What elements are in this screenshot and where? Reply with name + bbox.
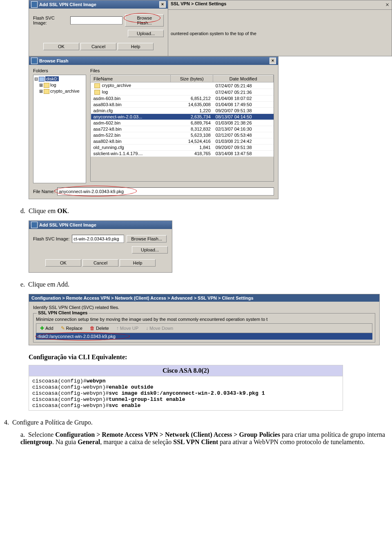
folders-label: Folders — [33, 68, 86, 73]
replace-button[interactable]: ✎Replace — [58, 325, 85, 332]
add-button[interactable]: ✚Add — [37, 325, 56, 332]
table-row[interactable]: old_running.cfg1,84109/20/07 09:51:38 — [91, 145, 274, 151]
step-4a: a. Selecione Configuration > Remote Acce… — [20, 431, 390, 446]
flash-svc-input[interactable] — [70, 16, 122, 24]
table-row[interactable]: admin.cfg1,22009/20/07 09:51:38 — [91, 108, 274, 114]
dialog-title: Add SSL VPN Client Image × — [29, 0, 168, 9]
cli-table: Cisco ASA 8.0(2) ciscoasa(config)#webvpn… — [29, 365, 343, 411]
upload-button[interactable]: Upload... — [132, 246, 168, 253]
image-row[interactable]: disk0:/anyconnect-win-2.0.0343-k9.pkg — [36, 333, 372, 340]
table-row[interactable]: asa803-k8.bin14,635,00801/04/08 17:49:50 — [91, 102, 274, 108]
step-d: d. Clique em OK. — [20, 207, 392, 215]
browse-flash-button[interactable]: Browse Flash... — [125, 14, 164, 27]
help-button[interactable]: Help — [120, 259, 156, 267]
cli-body: ciscoasa(config)#webvpn ciscoasa(config-… — [32, 378, 339, 409]
delete-button[interactable]: 🗑Delete — [87, 325, 112, 332]
close-icon[interactable]: × — [159, 1, 166, 8]
table-row[interactable]: asa722-k8.bin8,312,83202/13/07 04:16:30 — [91, 126, 274, 132]
folder-tree[interactable]: ⊟disk0: ⊞log ⊞crypto_archive — [33, 75, 86, 183]
col-filename[interactable]: FileName — [91, 76, 171, 82]
file-table[interactable]: FileName Size (bytes) Date Modified cryp… — [91, 75, 274, 157]
side-hint: ountered operation system to the top of … — [168, 10, 392, 37]
filename-label: File Name: — [33, 189, 55, 194]
close-icon[interactable]: × — [270, 58, 276, 64]
tree-item[interactable]: crypto_archive — [50, 89, 80, 93]
upload-button[interactable]: Upload... — [128, 30, 164, 37]
cancel-button[interactable]: Cancel — [82, 259, 118, 267]
dialog-title: Add SSL VPN Client Image — [29, 221, 172, 229]
col-date[interactable]: Date Modified — [213, 76, 274, 82]
table-row[interactable]: log07/24/07 05:21:36 — [91, 89, 274, 96]
browse-title: Browse Flash × — [29, 57, 278, 65]
close-icon[interactable]: × — [385, 1, 389, 9]
filename-input[interactable] — [57, 187, 274, 196]
cli-title: Cisco ASA 8.0(2) — [29, 365, 343, 376]
tree-root[interactable]: disk0: — [45, 76, 59, 81]
table-row[interactable]: asdm-603.bin6,851,21201/04/08 18:07:02 — [91, 96, 274, 102]
table-row[interactable]: asdm-522.bin5,623,10802/12/07 05:53:48 — [91, 132, 274, 138]
flash-svc-input[interactable] — [72, 235, 124, 243]
side-breadcrumb: SSL VPN > Client Settings — [171, 1, 226, 9]
ok-button[interactable]: OK — [45, 259, 81, 267]
table-row[interactable]: sslclient-win-1.1.4.179....418,76503/14/… — [91, 151, 274, 157]
step-e: e. Clique em Add. — [20, 281, 392, 288]
table-row[interactable]: asa802-k8.bin14,524,41601/03/08 21:24:42 — [91, 138, 274, 145]
cli-heading: Configuração via CLI Equivalente: — [29, 354, 392, 361]
browse-flash-button[interactable]: Browse Flash... — [127, 235, 167, 242]
table-row[interactable]: asdm-602.bin6,889,76401/03/08 21:38:26 — [91, 120, 274, 126]
flash-label: Flash SVC Image: — [33, 236, 69, 241]
files-label: Files — [90, 68, 274, 73]
table-row[interactable]: anyconnect-win-2.0.03...2,635,73408/13/0… — [91, 114, 274, 120]
ok-button[interactable]: OK — [43, 43, 79, 50]
app-icon — [31, 1, 38, 8]
app-icon — [31, 222, 38, 228]
title-text: Add SSL VPN Client Image — [39, 2, 96, 7]
table-row[interactable]: crypto_archive07/24/07 05:21:48 — [91, 82, 274, 89]
tree-item[interactable]: log — [50, 82, 56, 87]
moveup-button: ↑Move UP — [114, 325, 141, 332]
flash-label: Flash SVC Image: — [33, 16, 68, 25]
config-breadcrumb: Configuration > Remote Access VPN > Netw… — [29, 294, 379, 302]
step-4: 4. Configure a Política de Grupo. — [4, 419, 392, 426]
identify-text: Identify SSL VPN Client (SVC) related fi… — [29, 302, 379, 311]
help-button[interactable]: Help — [118, 43, 154, 50]
hint-text: Minimize connection setup time by moving… — [36, 317, 372, 322]
app-icon — [31, 58, 38, 64]
groupbox-label: SSL VPN Client Images — [37, 310, 89, 315]
col-size[interactable]: Size (bytes) — [171, 76, 213, 82]
cancel-button[interactable]: Cancel — [80, 43, 116, 50]
movedown-button: ↓Move Down — [143, 325, 176, 332]
